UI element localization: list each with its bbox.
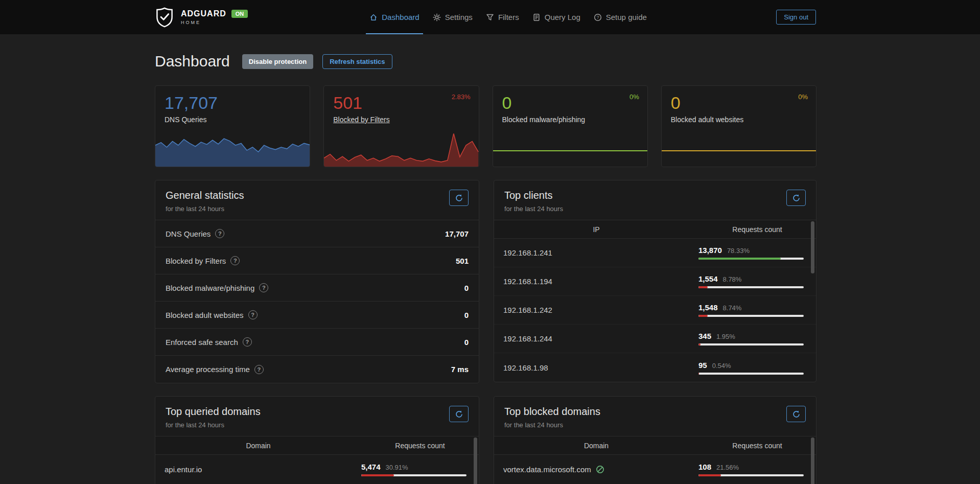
malware-flat-sparkline [493, 150, 647, 151]
card-header: Top queried domains for the last 24 hour… [155, 397, 479, 436]
domain-link[interactable]: vortex.data.microsoft.com [503, 465, 591, 474]
help-icon[interactable] [254, 365, 264, 374]
page-title: Dashboard [155, 53, 230, 70]
nav-label: Setup guide [606, 13, 647, 21]
client-ip-link[interactable]: 192.168.1.194 [503, 277, 698, 286]
refresh-card-button[interactable] [449, 190, 469, 206]
nav-item-dashboard[interactable]: Dashboard [363, 0, 426, 34]
domain-row: vortex.data.microsoft.com 10821.56% [494, 455, 816, 483]
request-percent: 21.56% [716, 464, 739, 471]
nav-label: Filters [498, 13, 519, 21]
stat-card-dns-queries: 17,707 DNS Queries [155, 85, 310, 167]
top-clients-card: Top clients for the last 24 hours IP Req… [494, 180, 816, 382]
progress-bar [698, 343, 804, 345]
blocked-percent-badge: 2.83% [452, 93, 471, 101]
adult-flat-sparkline [662, 150, 816, 151]
client-ip-link[interactable]: 192.168.1.241 [503, 248, 698, 257]
stats-row-value: 17,707 [445, 229, 469, 238]
refresh-icon [792, 410, 801, 419]
general-statistics-table: DNS Queries 17,707 Blocked by Filters 50… [155, 220, 479, 383]
domain-link[interactable]: api.entur.io [165, 465, 361, 474]
stats-row: DNS Queries 17,707 [155, 220, 479, 247]
refresh-statistics-button[interactable]: Refresh statistics [322, 54, 392, 69]
card-header: Top blocked domains for the last 24 hour… [494, 397, 816, 436]
column-header-domain: Domain [155, 442, 361, 450]
stat-card-blocked-adult: 0% 0 Blocked adult websites [661, 85, 816, 167]
request-percent: 0.54% [712, 362, 731, 370]
refresh-card-button[interactable] [786, 190, 806, 206]
nav-item-filters[interactable]: Filters [479, 0, 526, 34]
stats-row: Enforced safe search 0 [155, 329, 479, 356]
blocked-adult-label: Blocked adult websites [671, 116, 807, 124]
refresh-icon [455, 410, 463, 419]
brand-name: ADGUARD [181, 9, 226, 18]
card-header: General statistics for the last 24 hours [155, 180, 479, 220]
stats-row: Average processing time 7 ms [155, 356, 479, 383]
stats-row: Blocked by Filters 501 [155, 247, 479, 274]
stats-row-value: 0 [464, 311, 469, 319]
document-icon [532, 13, 541, 21]
help-icon[interactable] [230, 256, 240, 265]
svg-text:?: ? [596, 15, 599, 20]
domain-row: api.entur.io 5,47430.91% [155, 455, 479, 483]
scrollbar-thumb[interactable] [474, 437, 477, 484]
help-icon[interactable] [248, 310, 258, 319]
stats-row-value: 7 ms [451, 365, 469, 374]
page-header: Dashboard Disable protection Refresh sta… [155, 53, 816, 70]
blocked-by-filters-link[interactable]: Blocked by Filters [333, 116, 469, 124]
column-header-requests: Requests count [361, 442, 479, 450]
scrollbar-thumb[interactable] [811, 221, 814, 273]
blocked-adult-count: 0 [671, 93, 807, 113]
help-circle-icon: ? [594, 13, 602, 21]
refresh-card-button[interactable] [786, 406, 806, 422]
request-percent: 8.78% [723, 275, 742, 283]
stats-row-label: Blocked by Filters [166, 257, 226, 265]
nav-item-settings[interactable]: Settings [426, 0, 479, 34]
scrollbar [811, 437, 814, 484]
help-icon[interactable] [215, 229, 224, 238]
request-percent: 1.95% [716, 333, 735, 340]
column-header-ip: IP [494, 225, 698, 234]
card-subtitle: for the last 24 hours [504, 421, 600, 429]
scrollbar-thumb[interactable] [811, 437, 814, 484]
client-row: 192.168.1.241 13,87078.33% [494, 239, 816, 267]
adguard-home-logo[interactable]: ADGUARD ON HOME [155, 7, 248, 28]
progress-bar [698, 373, 804, 375]
dns-queries-label: DNS Queries [165, 116, 300, 124]
stats-row-label: Enforced safe search [166, 338, 238, 347]
client-ip-link[interactable]: 192.168.1.242 [503, 306, 698, 314]
blocked-indicator-icon [596, 465, 604, 474]
help-icon[interactable] [243, 337, 252, 347]
top-queried-domains-card: Top queried domains for the last 24 hour… [155, 396, 479, 484]
nav-item-query-log[interactable]: Query Log [526, 0, 587, 34]
request-percent: 78.33% [727, 247, 750, 255]
adult-percent-badge: 0% [798, 93, 808, 101]
stats-row-label: DNS Queries [166, 229, 211, 238]
client-row: 192.168.1.244 3451.95% [494, 325, 816, 353]
client-ip-link[interactable]: 192.168.1.244 [503, 334, 698, 343]
house-icon [369, 13, 378, 21]
refresh-card-button[interactable] [449, 406, 469, 422]
main-content: Dashboard Disable protection Refresh sta… [155, 53, 816, 484]
help-icon[interactable] [259, 283, 268, 292]
dns-queries-sparkline [155, 128, 310, 167]
request-count: 1,548 [698, 303, 718, 312]
card-title: Top clients [504, 190, 563, 201]
gear-icon [433, 13, 441, 21]
client-row: 192.168.1.242 1,5488.74% [494, 296, 816, 325]
blocked-by-filters-count: 501 [333, 93, 469, 113]
stats-row-label: Blocked adult websites [166, 311, 244, 319]
bottom-cards-row: Top queried domains for the last 24 hour… [155, 396, 816, 484]
blocked-by-filters-sparkline [324, 128, 478, 167]
stats-row-label: Blocked malware/phishing [166, 284, 254, 292]
scrollbar [811, 221, 814, 379]
client-ip-link[interactable]: 192.168.1.98 [503, 363, 698, 372]
client-row: 192.168.1.194 1,5548.78% [494, 267, 816, 296]
card-subtitle: for the last 24 hours [166, 421, 261, 429]
disable-protection-button[interactable]: Disable protection [242, 54, 313, 69]
card-title: Top queried domains [166, 406, 261, 418]
card-subtitle: for the last 24 hours [504, 205, 563, 213]
sign-out-button[interactable]: Sign out [776, 10, 816, 25]
nav-item-setup-guide[interactable]: ? Setup guide [587, 0, 654, 34]
stat-cards-row: 17,707 DNS Queries 2.83% 501 Blocked by … [155, 85, 816, 167]
